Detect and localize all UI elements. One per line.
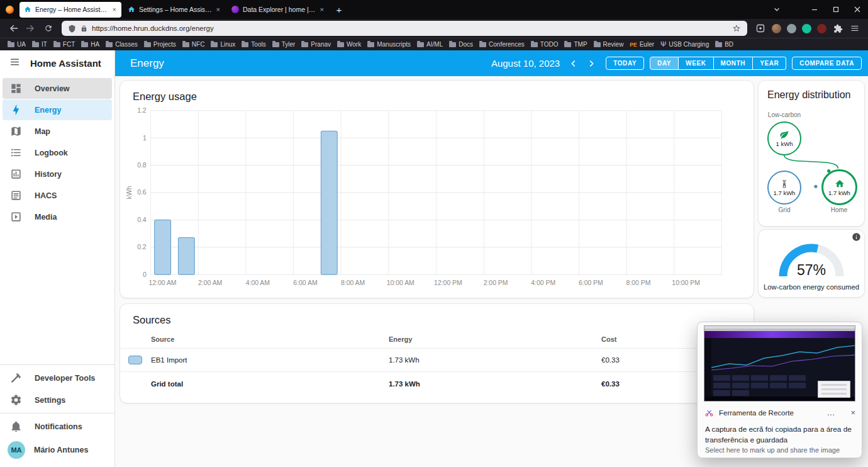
folder-icon	[301, 42, 308, 47]
total-energy: 1.73 kWh	[389, 380, 601, 388]
window-close-button[interactable]	[847, 0, 868, 19]
window-minimize-button[interactable]	[804, 0, 825, 19]
sidebar-item-user[interactable]: MA Mário Antunes	[3, 438, 112, 462]
bookmark-item[interactable]: Tyler	[270, 40, 299, 48]
url-text[interactable]: https://home.hrun.duckdns.org/energy	[92, 25, 728, 32]
svg-text:0.2: 0.2	[137, 244, 147, 250]
sidebar-toggle-icon[interactable]	[9, 57, 20, 70]
tab-close-icon[interactable]: ×	[112, 6, 117, 13]
bookmark-star-icon[interactable]	[732, 24, 741, 33]
folder-icon	[531, 42, 538, 47]
folder-icon	[106, 42, 113, 47]
reload-button[interactable]	[40, 21, 57, 36]
bookmark-item[interactable]: Pranav	[299, 40, 335, 48]
month-button[interactable]: MONTH	[714, 57, 754, 70]
sidebar-item-developer-tools[interactable]: Developer Tools	[3, 368, 112, 388]
sidebar-item-notifications[interactable]: Notifications	[3, 416, 112, 437]
hammer-icon	[10, 372, 22, 384]
tracking-protection-shield-icon[interactable]	[68, 25, 76, 33]
bookmark-item[interactable]: FCT	[51, 40, 79, 48]
bookmark-label: Tools	[251, 41, 265, 48]
sidebar-item-energy[interactable]: Energy	[3, 99, 112, 120]
bookmark-item[interactable]: BD	[713, 40, 737, 48]
date-picker: August 10, 2023	[491, 55, 600, 72]
tab-settings[interactable]: Settings – Home Assistant ×	[123, 2, 225, 18]
notification-close-icon[interactable]: ×	[850, 408, 855, 417]
bookmark-item[interactable]: ΨUSB Charging	[658, 40, 713, 48]
list-tabs-chevron-icon[interactable]	[769, 6, 785, 13]
sidebar-item-history[interactable]: History	[3, 164, 112, 184]
year-button[interactable]: YEAR	[753, 57, 786, 70]
snip-notification[interactable]: Ferramenta de Recorte … × A captura de e…	[697, 322, 862, 458]
sidebar-item-media[interactable]: Media	[3, 206, 112, 227]
date-label[interactable]: August 10, 2023	[491, 58, 560, 69]
gauge-label: Low-carbon energy consumed	[759, 283, 864, 291]
notification-more-icon[interactable]: …	[826, 411, 835, 414]
tab-energy[interactable]: Energy – Home Assistant ×	[19, 2, 121, 18]
bookmark-item[interactable]: AI/ML	[415, 40, 447, 48]
sidebar-item-overview[interactable]: Overview	[3, 78, 112, 99]
bookmark-label: IT	[42, 41, 47, 48]
column-energy: Energy	[389, 335, 601, 343]
url-bar[interactable]: https://home.hrun.duckdns.org/energy	[62, 21, 747, 36]
grid-node[interactable]: 1.7 kWh	[767, 171, 801, 205]
sources-card: Sources Source Energy Cost EB1 Import 1.…	[120, 303, 754, 403]
extension-icon-d[interactable]	[817, 24, 826, 33]
bookmark-item[interactable]: Classes	[103, 40, 142, 48]
tab-close-icon[interactable]: ×	[320, 6, 325, 13]
extension-icon-b[interactable]	[787, 24, 796, 33]
firefox-icon[interactable]	[6, 6, 14, 14]
table-row[interactable]: EB1 Import 1.73 kWh €0.33	[120, 349, 754, 372]
svg-text:0.4: 0.4	[137, 217, 147, 223]
bookmark-item[interactable]: Docs	[447, 40, 477, 48]
forward-button[interactable]	[23, 21, 39, 36]
bookmark-item[interactable]: Tools	[239, 40, 269, 48]
previous-period-button[interactable]	[565, 55, 582, 72]
bookmark-item[interactable]: HA	[79, 40, 103, 48]
bookmark-item[interactable]: Linux	[208, 40, 239, 48]
sidebar-item-settings[interactable]: Settings	[3, 390, 112, 410]
sidebar-item-map[interactable]: Map	[3, 121, 112, 142]
bookmark-item[interactable]: Review	[591, 40, 628, 48]
sidebar-item-hacs[interactable]: HACS	[3, 185, 112, 206]
tab-influxdb[interactable]: Data Explorer | home | InfluxDB ×	[227, 2, 329, 18]
app-menu-icon[interactable]	[849, 23, 860, 34]
low-carbon-node[interactable]: 1 kWh	[767, 121, 801, 155]
back-button[interactable]	[5, 21, 21, 36]
bookmark-item[interactable]: Work	[335, 40, 365, 48]
info-icon[interactable]	[852, 232, 861, 244]
day-button[interactable]: DAY	[650, 57, 679, 70]
svg-text:2:00 AM: 2:00 AM	[198, 279, 222, 286]
bookmark-item[interactable]: NFC	[180, 40, 209, 48]
bookmark-item[interactable]: PEEuler	[627, 40, 658, 48]
sidebar-item-logbook[interactable]: Logbook	[3, 142, 112, 163]
tab-close-icon[interactable]: ×	[216, 6, 221, 13]
account-icon[interactable]	[772, 24, 781, 33]
compare-data-button[interactable]: COMPARE DATA	[792, 57, 862, 70]
extension-icon-a[interactable]	[755, 23, 766, 34]
bookmark-label: BD	[725, 41, 733, 48]
folder-icon	[715, 42, 722, 47]
next-period-button[interactable]	[582, 55, 600, 72]
folder-icon	[182, 42, 189, 47]
snip-thumbnail[interactable]	[704, 325, 855, 402]
new-tab-button[interactable]: +	[331, 2, 347, 18]
bookmark-item[interactable]: Conferences	[477, 40, 528, 48]
week-button[interactable]: WEEK	[679, 57, 713, 70]
lock-icon[interactable]	[81, 25, 87, 32]
energy-usage-chart[interactable]: 00.20.40.60.811.212:00 AM2:00 AM4:00 AM6…	[120, 81, 754, 298]
bookmark-item[interactable]: Manuscripts	[365, 40, 415, 48]
bookmark-item[interactable]: TMP	[562, 40, 591, 48]
snipping-tool-icon	[704, 408, 714, 417]
window-maximize-button[interactable]	[825, 0, 847, 19]
extensions-puzzle-icon[interactable]	[832, 23, 843, 34]
notification-action[interactable]: Select here to mark up and share the ima…	[705, 446, 856, 454]
svg-text:0.8: 0.8	[137, 162, 147, 169]
home-node[interactable]: 1.7 kWh	[821, 169, 857, 205]
bookmark-item[interactable]: IT	[30, 40, 51, 48]
today-button[interactable]: TODAY	[606, 57, 644, 70]
bookmark-item[interactable]: UA	[5, 40, 30, 48]
bookmark-item[interactable]: Projects	[142, 40, 180, 48]
bookmark-item[interactable]: TODO	[528, 40, 562, 48]
extension-icon-c[interactable]	[802, 24, 811, 33]
